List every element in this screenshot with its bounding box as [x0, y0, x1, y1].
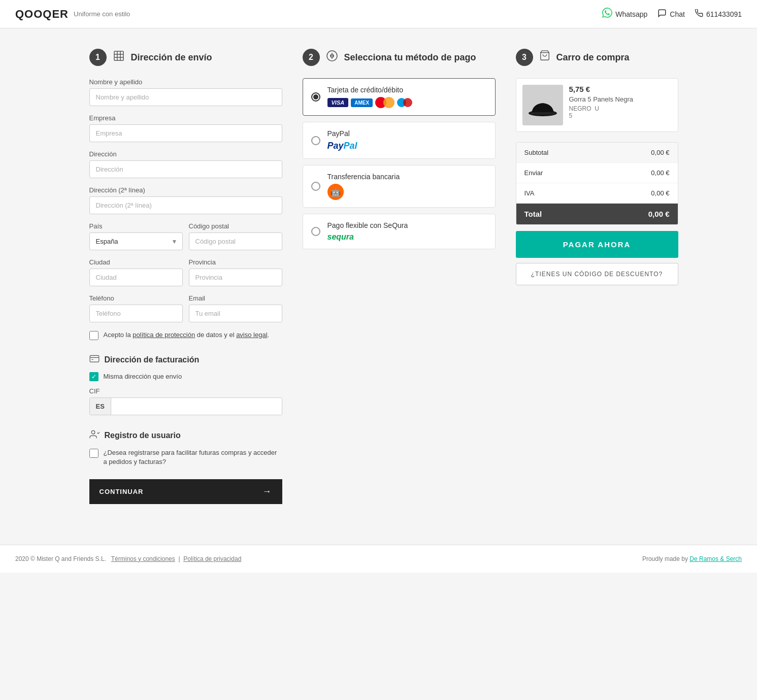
total-row: Total 0,00 €	[516, 204, 678, 224]
telefono-email-row: Teléfono Email	[89, 294, 282, 330]
user-reg-checkbox[interactable]	[89, 449, 98, 458]
header-right: Whatsapp Chat 611433091	[602, 8, 742, 20]
total-label: Total	[524, 210, 542, 218]
transfer-radio[interactable]	[311, 182, 320, 191]
telefono-input[interactable]	[89, 305, 183, 322]
maestro-logo	[397, 97, 412, 108]
empresa-input[interactable]	[89, 124, 282, 142]
mastercard-logo	[375, 97, 394, 108]
total-value: 0,00 €	[648, 210, 670, 218]
telefono-field-group: Teléfono	[89, 294, 183, 322]
iva-value: 0,00 €	[651, 189, 669, 197]
ciudad-field-group: Ciudad	[89, 258, 183, 286]
header: QOOQER Uniforme con estilo Whatsapp Chat…	[0, 0, 757, 28]
step2-title: Selecciona tu método de pago	[344, 52, 476, 63]
ciudad-label: Ciudad	[89, 258, 183, 266]
subtotal-value: 0,00 €	[651, 149, 669, 156]
payment-sequra-option[interactable]: Pago flexible con SeQura sequra	[303, 214, 496, 249]
enviar-value: 0,00 €	[651, 169, 669, 177]
cp-label: Código postal	[189, 222, 282, 230]
pay-now-button[interactable]: PAGAR AHORA	[516, 231, 678, 258]
payment-card-option[interactable]: Tarjeta de crédito/débito VISA AMEX	[303, 78, 496, 116]
privacy-checkbox[interactable]	[89, 331, 98, 340]
whatsapp-icon	[602, 8, 612, 20]
telefono-label: Teléfono	[89, 294, 183, 302]
step1-title: Dirección de envío	[131, 52, 212, 63]
step3-column: 3 Carro de compra 5,75 € Gorra 5 Panels …	[516, 49, 678, 285]
direccion2-input[interactable]	[89, 196, 282, 214]
svg-rect-0	[114, 51, 123, 60]
cif-input[interactable]	[111, 398, 282, 415]
sequra-logo: sequra	[327, 232, 354, 242]
iva-label: IVA	[524, 189, 535, 197]
iva-row: IVA 0,00 €	[516, 183, 678, 204]
direccion2-field-group: Dirección (2ª línea)	[89, 186, 282, 214]
user-reg-section: Registro de usuario ¿Desea registrarse p…	[89, 429, 282, 466]
enviar-row: Enviar 0,00 €	[516, 163, 678, 183]
payment-icon	[326, 50, 338, 65]
transfer-logo-area: 🤖	[327, 184, 487, 200]
direccion-label: Dirección	[89, 150, 282, 158]
cart-product: 5,75 € Gorra 5 Panels Negra NEGRO U 5	[516, 78, 678, 132]
pay-now-label: PAGAR AHORA	[563, 240, 631, 249]
bag-icon	[539, 50, 550, 65]
paypal-payment-name: PayPal	[327, 129, 487, 138]
user-reg-icon	[89, 429, 100, 441]
privacy-checkbox-row: Acepto la política de protección de dato…	[89, 330, 282, 340]
billing-icon	[89, 354, 100, 365]
footer-made-by-link[interactable]: De Ramos & Serch	[689, 555, 742, 562]
product-price: 5,75 €	[569, 85, 672, 93]
user-reg-checkbox-row: ¿Desea registrarse para facilitar futura…	[89, 448, 282, 466]
sequra-logo-area: sequra	[327, 232, 487, 242]
footer-right: Proudly made by De Ramos & Serch	[642, 555, 742, 562]
cart-product-info: 5,75 € Gorra 5 Panels Negra NEGRO U 5	[569, 85, 672, 125]
card-radio[interactable]	[311, 92, 320, 102]
direccion-field-group: Dirección	[89, 150, 282, 178]
chat-button[interactable]: Chat	[657, 9, 685, 19]
footer-terms-link[interactable]: Términos y condiciones	[111, 555, 175, 562]
cp-input[interactable]	[189, 232, 282, 250]
cp-field-group: Código postal	[189, 222, 282, 250]
same-address-check-icon: ✓	[89, 372, 98, 381]
discount-code-button[interactable]: ¿TIENES UN CÓDIGO DE DESCUENTO?	[516, 263, 678, 285]
whatsapp-button[interactable]: Whatsapp	[602, 8, 647, 20]
payment-transfer-option[interactable]: Transferencia bancaria 🤖	[303, 165, 496, 208]
continue-button[interactable]: CONTINUAR →	[89, 479, 282, 504]
transfer-payment-name: Transferencia bancaria	[327, 173, 487, 181]
step3-number: 3	[516, 49, 533, 66]
chat-icon	[657, 9, 667, 19]
android-icon: 🤖	[327, 184, 344, 200]
ciudad-provincia-row: Ciudad Provincia	[89, 258, 282, 294]
payment-paypal-option[interactable]: PayPal PayPal	[303, 122, 496, 159]
paypal-logo-area: PayPal	[327, 141, 487, 151]
billing-title: Dirección de facturación	[105, 355, 200, 364]
paypal-payment-content: PayPal PayPal	[327, 129, 487, 151]
provincia-input[interactable]	[189, 269, 282, 286]
pais-cp-row: País España Francia Alemania ▼ Código po…	[89, 222, 282, 258]
email-input[interactable]	[189, 305, 282, 322]
direccion-input[interactable]	[89, 160, 282, 178]
svg-point-2	[91, 431, 95, 435]
email-field-group: Email	[189, 294, 282, 322]
step2-column: 2 Selecciona tu método de pago Tarjeta d…	[303, 49, 496, 255]
subtotal-row: Subtotal 0,00 €	[516, 143, 678, 163]
nombre-input[interactable]	[89, 88, 282, 106]
card-radio-inner	[313, 94, 318, 99]
paypal-logo: PayPal	[327, 141, 357, 151]
discount-label: ¿TIENES UN CÓDIGO DE DESCUENTO?	[531, 271, 663, 278]
footer-privacy-link[interactable]: Política de privacidad	[183, 555, 241, 562]
continue-label: CONTINUAR	[100, 488, 144, 495]
pais-select[interactable]: España Francia Alemania	[89, 232, 183, 250]
sequra-radio[interactable]	[311, 227, 320, 236]
phone-button[interactable]: 611433091	[695, 9, 742, 19]
billing-section: Dirección de facturación ✓ Misma direcci…	[89, 354, 282, 415]
product-variant: NEGRO U	[569, 105, 672, 112]
empresa-label: Empresa	[89, 114, 282, 122]
cif-label: CIF	[89, 387, 282, 395]
ciudad-input[interactable]	[89, 269, 183, 286]
step1-number: 1	[89, 49, 107, 66]
paypal-radio[interactable]	[311, 136, 320, 145]
cif-field-wrapper: ES	[89, 397, 282, 415]
pais-select-wrapper: España Francia Alemania ▼	[89, 232, 183, 250]
cif-prefix: ES	[90, 398, 111, 415]
